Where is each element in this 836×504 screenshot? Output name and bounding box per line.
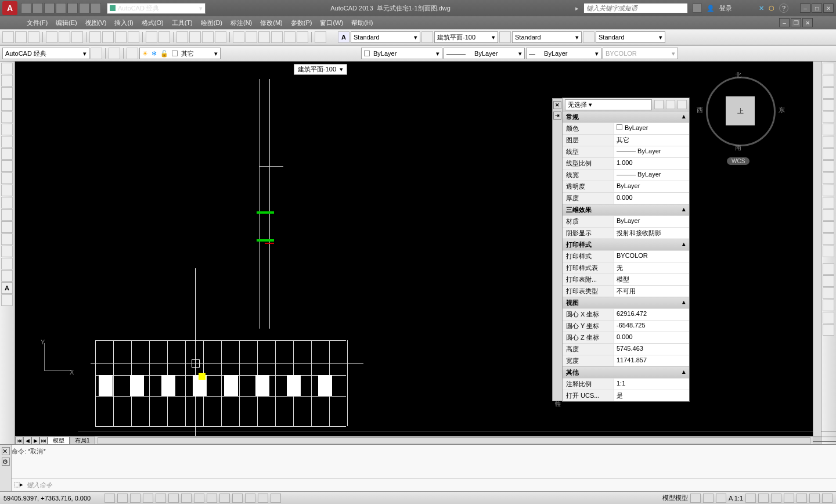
layerprops-button[interactable] [127, 48, 138, 59]
copy-button[interactable] [102, 31, 114, 43]
property-row[interactable]: 打印样式表无 [563, 262, 689, 273]
workspace-selector[interactable]: AutoCAD 经典 ▾ [107, 3, 206, 14]
property-value[interactable]: 是 [614, 390, 689, 401]
properties-button[interactable] [233, 31, 244, 43]
break-button[interactable] [823, 197, 834, 208]
property-row[interactable]: 线型比例1.000 [563, 157, 689, 169]
selection-dropdown[interactable]: 无选择 ▾ [565, 99, 652, 110]
property-row[interactable]: 打印样式BYCOLOR [563, 250, 689, 262]
toolpalettes-button[interactable] [258, 31, 270, 43]
xline-button[interactable] [1, 75, 13, 87]
menu-tools[interactable]: 工具(T) [168, 17, 196, 28]
autoscale-icon[interactable] [758, 494, 769, 503]
arc-button[interactable] [1, 124, 13, 135]
save-button[interactable] [28, 31, 39, 43]
cleanscreen-icon[interactable] [822, 494, 833, 503]
ducs-toggle[interactable] [194, 494, 204, 503]
property-value[interactable]: ——— ByLayer [614, 170, 689, 181]
palette-grip[interactable]: ✕ ⇥ 特性 [552, 98, 563, 401]
open-button[interactable] [15, 31, 27, 43]
trim-button[interactable] [823, 172, 834, 184]
zoomprev-button[interactable] [215, 31, 226, 43]
property-row[interactable]: 透明度ByLayer [563, 181, 689, 192]
property-row[interactable]: 打印表附...模型 [563, 273, 689, 285]
matchprop-button[interactable] [128, 31, 139, 43]
textstyle-dropdown[interactable]: Standard▾ [351, 31, 420, 43]
ellipse-button[interactable] [1, 172, 13, 184]
property-value[interactable]: ByLayer [614, 181, 689, 192]
open-icon[interactable] [33, 3, 43, 13]
new-button[interactable] [2, 31, 14, 43]
menu-help[interactable]: 帮助(H) [348, 17, 376, 28]
cat-view[interactable]: 视图▴ [563, 297, 689, 308]
markup-button[interactable] [284, 31, 296, 43]
property-row[interactable]: 图层其它 [563, 134, 689, 146]
property-row[interactable]: 圆心 X 坐标62916.472 [563, 308, 689, 320]
align-button[interactable] [823, 300, 834, 311]
property-value[interactable]: 0.000 [614, 332, 689, 343]
property-row[interactable]: 阴影显示投射和接收阴影 [563, 227, 689, 239]
maximize-icon[interactable]: □ [812, 3, 822, 13]
menu-format[interactable]: 格式(O) [138, 17, 167, 28]
revcloud-button[interactable] [1, 148, 13, 160]
dimstyle-dropdown[interactable]: 建筑平面-100▾ [434, 31, 498, 43]
new-icon[interactable] [21, 3, 31, 13]
zoom-button[interactable] [189, 31, 201, 43]
extend-button[interactable] [823, 185, 834, 196]
dimstyle-icon[interactable] [421, 31, 433, 43]
move-button[interactable] [823, 124, 834, 135]
help-button[interactable] [315, 31, 326, 43]
layerfilter-dropdown[interactable]: 建筑平面-100▾ [294, 64, 347, 75]
fillet-button[interactable] [823, 233, 834, 245]
viewcube-top[interactable]: 上 [726, 96, 755, 125]
property-value[interactable]: 无 [614, 262, 689, 273]
tab-last-icon[interactable]: ⏭ [39, 437, 48, 445]
property-row[interactable]: 厚度0.000 [563, 192, 689, 204]
mleaderstyle-icon[interactable] [583, 31, 594, 43]
isolate-icon[interactable] [809, 494, 820, 503]
viewcube[interactable]: 上 北 南 东 西 WCS [700, 71, 781, 152]
app-logo-icon[interactable]: A [2, 1, 17, 15]
point-button[interactable] [1, 221, 13, 233]
signin-icon[interactable]: 👤 [707, 5, 715, 12]
menu-modify[interactable]: 修改(M) [257, 17, 286, 28]
hatch-button[interactable] [1, 233, 13, 245]
selectobjects-icon[interactable] [666, 100, 675, 109]
group-button[interactable] [823, 324, 834, 336]
tablestyle-icon[interactable] [499, 31, 511, 43]
tab-prev-icon[interactable]: ◀ [23, 437, 31, 445]
cut-button[interactable] [89, 31, 101, 43]
scale-button[interactable] [823, 148, 834, 160]
mleaderstyle-dropdown[interactable]: Standard▾ [596, 31, 665, 43]
snap-toggle[interactable] [105, 494, 115, 503]
undo-icon[interactable] [79, 3, 89, 13]
property-row[interactable]: 宽度11741.857 [563, 355, 689, 366]
tpy-toggle[interactable] [232, 494, 243, 503]
mtext-button[interactable]: A [1, 282, 13, 294]
property-value[interactable]: BYCOLOR [614, 251, 689, 262]
addselected-button[interactable] [1, 294, 13, 306]
3dosnap-toggle[interactable] [168, 494, 179, 503]
layermanager-button[interactable] [109, 48, 120, 59]
tab-next-icon[interactable]: ▶ [31, 437, 39, 445]
tablestyle-dropdown[interactable]: Standard▾ [512, 31, 582, 43]
layout1-tab[interactable]: 布局1 [70, 437, 95, 445]
color-dropdown[interactable]: ByLayer▾ [361, 48, 442, 59]
osnap-toggle[interactable] [156, 494, 166, 503]
property-value[interactable]: 投射和接收阴影 [614, 228, 689, 239]
saveas-icon[interactable] [56, 3, 66, 13]
menu-view[interactable]: 视图(V) [82, 17, 110, 28]
doc-restore-icon[interactable]: ❐ [791, 18, 801, 27]
am-toggle[interactable] [271, 494, 281, 503]
area-button[interactable] [823, 275, 834, 287]
property-row[interactable]: 打印表类型不可用 [563, 285, 689, 297]
gradient-button[interactable] [1, 246, 13, 257]
copy-button[interactable] [823, 75, 834, 87]
close-icon[interactable]: ✕ [823, 3, 834, 13]
horizontal-scrollbar[interactable] [98, 437, 810, 444]
dyn-toggle[interactable] [207, 494, 217, 503]
vertical-scrollbar[interactable] [813, 62, 821, 436]
menu-file[interactable]: 文件(F) [23, 17, 51, 28]
cat-plot[interactable]: 打印样式▴ [563, 239, 689, 250]
cat-misc[interactable]: 其他▴ [563, 366, 689, 378]
